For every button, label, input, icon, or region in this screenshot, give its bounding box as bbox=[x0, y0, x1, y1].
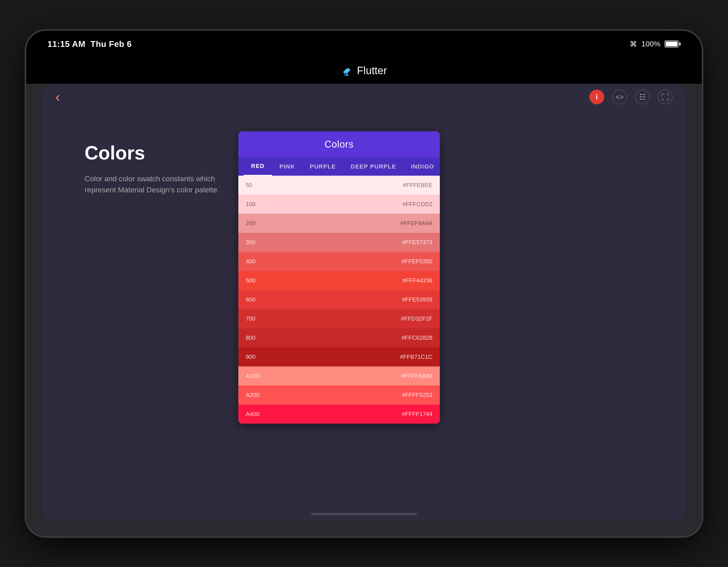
toolbar-actions: i <> ☷ ⛶ bbox=[589, 90, 673, 104]
color-row-300: 300 #FFE57373 bbox=[238, 233, 440, 252]
hex-600: #FFE53935 bbox=[379, 296, 432, 303]
shade-100: 100 bbox=[246, 201, 267, 208]
color-rows: 50 #FFFEBEE 100 #FFFCDD2 200 #FFEF9 bbox=[238, 176, 440, 424]
hex-a100: #FFFF8A80 bbox=[379, 372, 432, 379]
tab-indigo[interactable]: INDIGO bbox=[404, 158, 440, 176]
content-area: Colors Color and color swatch constants … bbox=[42, 110, 686, 504]
shade-600: 600 bbox=[246, 296, 267, 303]
info-icon: i bbox=[596, 93, 598, 101]
nav-title: Flutter bbox=[341, 65, 387, 77]
shade-800: 800 bbox=[246, 334, 267, 341]
flutter-logo-icon bbox=[341, 65, 353, 76]
hex-400: #FFEF5350 bbox=[379, 258, 432, 265]
toolbar: ‹ i <> ☷ ⛶ bbox=[42, 84, 686, 110]
status-time: 11:15 AM Thu Feb 6 bbox=[47, 39, 132, 49]
wifi-icon: ⌘ bbox=[630, 40, 637, 49]
shade-500: 500 bbox=[246, 277, 267, 284]
hex-200: #FFEF9A9A bbox=[379, 220, 432, 227]
code-button[interactable]: <> bbox=[612, 90, 627, 104]
color-panel-header: Colors bbox=[238, 131, 440, 157]
shade-300: 300 bbox=[246, 239, 267, 246]
status-bar: 11:15 AM Thu Feb 6 ⌘ 100% bbox=[26, 31, 702, 57]
shade-700: 700 bbox=[246, 315, 267, 322]
tab-deep-purple[interactable]: DEEP PURPLE bbox=[343, 158, 404, 176]
battery-icon bbox=[665, 41, 681, 47]
hex-a400: #FFFF1744 bbox=[379, 411, 432, 417]
tab-pink[interactable]: PINK bbox=[272, 158, 302, 176]
scroll-indicator bbox=[311, 513, 417, 515]
hex-700: #FFD32F2F bbox=[379, 315, 432, 322]
page-title: Colors bbox=[85, 142, 222, 164]
color-row-a400: A400 #FFFF1744 bbox=[238, 404, 440, 424]
color-row-700: 700 #FFD32F2F bbox=[238, 309, 440, 328]
shade-a400: A400 bbox=[246, 411, 267, 417]
battery-percentage: 100% bbox=[641, 40, 660, 48]
device-frame: 11:15 AM Thu Feb 6 ⌘ 100% Flutter bbox=[25, 29, 703, 538]
color-panel: Colors RED PINK PURPLE DEEP PURPLE INDIG… bbox=[238, 131, 440, 424]
color-row-a100: A100 #FFFF8A80 bbox=[238, 366, 440, 385]
color-row-100: 100 #FFFCDD2 bbox=[238, 195, 440, 214]
color-row-200: 200 #FFEF9A9A bbox=[238, 214, 440, 233]
page-description: Color and color swatch constants whichre… bbox=[85, 173, 222, 196]
shade-a200: A200 bbox=[246, 391, 267, 398]
color-row-900: 900 #FFB71C1C bbox=[238, 347, 440, 366]
shade-400: 400 bbox=[246, 258, 267, 265]
code-icon: <> bbox=[616, 93, 624, 101]
nav-bar: Flutter bbox=[26, 57, 702, 84]
color-row-a200: A200 #FFFF5252 bbox=[238, 385, 440, 404]
color-row-500: 500 #FFF44336 bbox=[238, 271, 440, 290]
color-row-600: 600 #FFE53935 bbox=[238, 290, 440, 309]
back-button[interactable]: ‹ bbox=[55, 90, 60, 104]
hex-800: #FFC62828 bbox=[379, 334, 432, 341]
hex-900: #FFB71C1C bbox=[379, 353, 432, 360]
status-icons: ⌘ 100% bbox=[630, 40, 681, 49]
shade-50: 50 bbox=[246, 182, 267, 189]
hex-50: #FFFEBEE bbox=[379, 182, 432, 189]
doc-button[interactable]: ☷ bbox=[635, 90, 650, 104]
color-row-400: 400 #FFEF5350 bbox=[238, 252, 440, 271]
expand-button[interactable]: ⛶ bbox=[658, 90, 673, 104]
tab-purple[interactable]: PURPLE bbox=[302, 158, 343, 176]
app-title: Flutter bbox=[357, 65, 387, 77]
shade-900: 900 bbox=[246, 353, 267, 360]
color-row-800: 800 #FFC62828 bbox=[238, 328, 440, 347]
doc-icon: ☷ bbox=[639, 93, 646, 102]
color-tabs: RED PINK PURPLE DEEP PURPLE INDIGO BLU bbox=[238, 157, 440, 176]
hex-300: #FFE57373 bbox=[379, 239, 432, 246]
shade-200: 200 bbox=[246, 220, 267, 227]
hex-100: #FFFCDD2 bbox=[379, 201, 432, 208]
color-row-50: 50 #FFFEBEE bbox=[238, 176, 440, 195]
tab-red[interactable]: RED bbox=[244, 157, 272, 176]
left-panel: Colors Color and color swatch constants … bbox=[85, 131, 222, 196]
expand-icon: ⛶ bbox=[661, 93, 669, 102]
hex-500: #FFF44336 bbox=[379, 277, 432, 284]
hex-a200: #FFFF5252 bbox=[379, 391, 432, 398]
main-content: ‹ i <> ☷ ⛶ Colors Color and bbox=[42, 84, 686, 520]
shade-a100: A100 bbox=[246, 372, 267, 379]
info-button[interactable]: i bbox=[589, 90, 604, 104]
